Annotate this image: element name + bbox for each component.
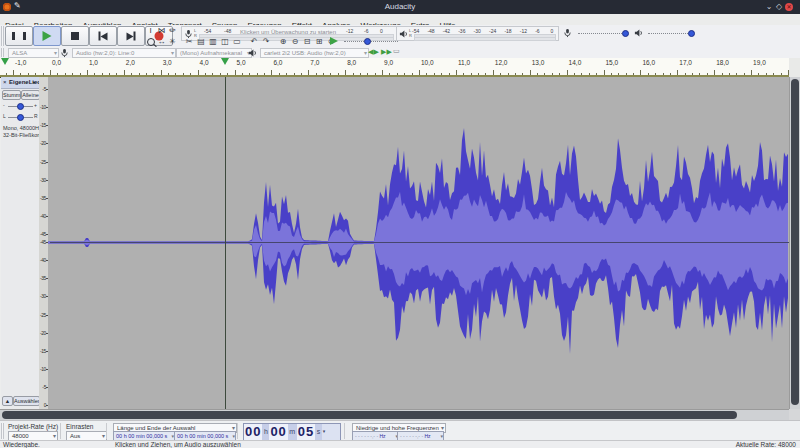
recording-channels-select[interactable]: (Mono) Aufnahmekanal [176, 48, 252, 58]
timeline-minor-tick [330, 73, 331, 76]
snap-to-select[interactable]: Aus [66, 431, 107, 441]
horizontal-scrollbar-thumb[interactable] [2, 411, 737, 419]
audio-host-select[interactable]: ALSA [8, 48, 59, 58]
shade-window-icon[interactable]: ⌄ [764, 2, 774, 11]
recording-volume-thumb[interactable] [622, 30, 629, 37]
quick-play-pin-icon[interactable] [1, 58, 9, 65]
track-menu-icon[interactable]: ▼ [32, 77, 36, 88]
timeline-minor-tick [722, 73, 723, 76]
timeline-minor-tick [463, 73, 464, 76]
select-track-button[interactable]: Auswählen [13, 396, 40, 406]
low-frequency-field[interactable]: - - - - - -,- - Hz [352, 431, 399, 441]
pan-right-label: R [34, 113, 38, 119]
scrub-ruler-toggle[interactable]: ▭ [393, 47, 400, 55]
copy-button[interactable]: ▤ [195, 37, 207, 47]
track-header[interactable]: × EigeneLied ▼ [1, 77, 39, 89]
selection-length-field[interactable]: 00 h 00 min 00,000 s [113, 431, 175, 441]
timeshift-tool-button[interactable]: ↔ [156, 37, 167, 47]
playhead-pin-icon[interactable] [221, 58, 229, 65]
recording-device-select[interactable]: Audio (hw:2,0): Line:0 [72, 48, 176, 58]
timeline-major-tick [456, 70, 457, 75]
audio-position-display[interactable]: 00h00m05s▾ [243, 423, 341, 442]
project-rate-select[interactable]: 48000 [8, 431, 58, 441]
stop-button[interactable] [61, 26, 89, 46]
vertical-scrollbar[interactable] [789, 77, 800, 409]
scrub-button[interactable]: ◀▶ [368, 47, 379, 56]
timeline-minor-tick [744, 73, 745, 76]
zoom-tool-button[interactable] [145, 37, 156, 47]
timeline-minor-tick [618, 73, 619, 76]
trim-audio-button[interactable]: ◫ [219, 37, 231, 47]
mute-button[interactable]: Stumm [2, 90, 21, 100]
vertical-scrollbar-thumb[interactable] [791, 79, 799, 405]
timeline-minor-tick [353, 73, 354, 76]
envelope-tool-button[interactable]: ⋈ [156, 26, 167, 36]
timeline-minor-tick [227, 73, 228, 76]
timeline-major-tick [751, 70, 752, 75]
timeline-minor-tick [707, 73, 708, 76]
timeline-minor-tick [367, 73, 368, 76]
audio-position-digits[interactable]: 05 [297, 424, 315, 441]
pan-slider-thumb[interactable] [17, 114, 24, 121]
timeline-minor-tick [670, 73, 671, 76]
draw-tool-button[interactable]: ✏ [167, 26, 178, 36]
zoom-out-button[interactable]: ⊖ [289, 37, 301, 47]
timeline-minor-tick [294, 73, 295, 76]
collapse-track-button[interactable]: ▲ [2, 396, 13, 406]
high-frequency-field[interactable]: - - - - - -,- - Hz [397, 431, 444, 441]
timeline-major-tick [677, 70, 678, 75]
zoom-project-button[interactable]: ⊞ [313, 37, 325, 47]
timeline-major-tick [235, 70, 236, 75]
toolbar-grip[interactable] [1, 26, 4, 46]
skip-to-end-button[interactable] [117, 26, 145, 46]
timeline-major-tick [50, 70, 51, 75]
close-track-icon[interactable]: × [3, 77, 7, 88]
play-at-speed-button[interactable] [330, 37, 338, 45]
timeline-minor-tick [190, 73, 191, 76]
close-window-icon[interactable]: ✕ [785, 3, 793, 11]
timeline-minor-tick [574, 73, 575, 76]
maximize-window-icon[interactable]: ◇ [774, 2, 784, 11]
timeline-minor-tick [426, 73, 427, 76]
toolbar-grip[interactable] [1, 48, 4, 57]
redo-button[interactable]: ↷ [260, 37, 272, 47]
zoom-in-button[interactable]: ⊕ [277, 37, 289, 47]
audio-position-digits[interactable]: 00 [269, 424, 287, 441]
playback-device-select[interactable]: carlett 2i2 USB: Audio (hw:2,0) [260, 48, 369, 58]
title-bar[interactable]: ✎ Audacity ⌄ ◇ ✕ [0, 0, 800, 14]
timeline-minor-tick [508, 73, 509, 76]
audio-position-digits[interactable]: 00 [244, 424, 262, 441]
toolbar-grip[interactable] [1, 423, 4, 439]
multi-tool-button[interactable]: ✳ [167, 37, 178, 47]
play-button[interactable] [33, 26, 61, 46]
paste-button[interactable]: ▥ [207, 37, 219, 47]
playback-volume-thumb[interactable] [688, 30, 695, 37]
selection-end-field[interactable]: 00 h 00 min 00,000 s [174, 431, 236, 441]
chevron-down-icon[interactable]: ▾ [322, 424, 326, 441]
play-speed-slider[interactable] [344, 41, 398, 42]
waveform-display[interactable] [48, 77, 789, 409]
timeline-minor-tick [116, 73, 117, 76]
track-name[interactable]: EigeneLied [9, 77, 41, 88]
undo-button[interactable]: ↶ [248, 37, 260, 47]
solo-button[interactable]: Alleine [21, 90, 40, 100]
timeline-minor-tick [301, 73, 302, 76]
timeline-ruler[interactable]: -1,00,01,02,03,04,05,06,07,08,09,010,011… [0, 58, 800, 78]
timeline-minor-tick [655, 73, 656, 76]
seek-button[interactable]: ▶▶ [381, 47, 392, 56]
playback-meter[interactable]: LR -54-48-42-36-30-24-18-12-60 [396, 26, 559, 41]
play-speed-thumb[interactable] [364, 38, 371, 45]
gain-slider-thumb[interactable] [17, 103, 24, 110]
timeline-label: 14,0 [569, 59, 582, 66]
timeline-label: 18,0 [716, 59, 729, 66]
timeline-minor-tick [279, 73, 280, 76]
cut-button[interactable]: ✂ [183, 37, 195, 47]
skip-to-start-button[interactable] [89, 26, 117, 46]
recording-volume-slider[interactable] [578, 33, 628, 34]
stop-icon [71, 32, 79, 40]
timeline-minor-tick [589, 73, 590, 76]
pause-button[interactable] [5, 26, 33, 46]
silence-audio-button[interactable]: ▭ [231, 37, 243, 47]
selection-tool-button[interactable]: I [145, 26, 156, 36]
zoom-selection-button[interactable]: ⊟ [301, 37, 313, 47]
